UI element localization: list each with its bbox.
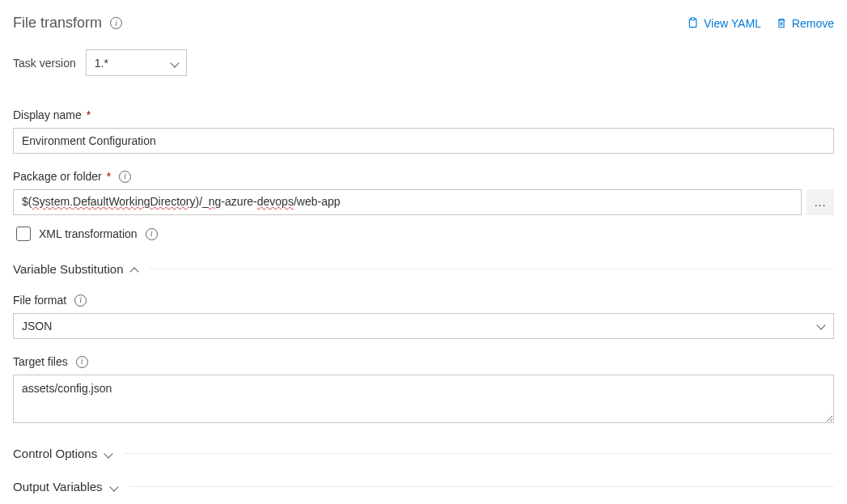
view-yaml-link[interactable]: View YAML [687,17,761,30]
task-version-value: 1.* [95,57,108,70]
file-format-select[interactable] [13,313,834,339]
package-folder-input[interactable] [13,189,802,215]
chevron-down-icon [109,483,117,491]
divider [129,486,834,487]
chevron-down-icon [104,450,112,458]
info-icon[interactable]: i [76,356,88,368]
xml-transform-checkbox[interactable] [16,227,31,241]
page-title: File transform [13,15,102,32]
chevron-down-icon [170,59,178,67]
task-version-label: Task version [13,57,76,70]
remove-label: Remove [792,17,834,30]
info-icon[interactable]: i [119,171,131,183]
info-icon[interactable]: i [74,294,87,307]
task-version-select[interactable]: 1.* [86,49,187,76]
view-yaml-label: View YAML [704,17,761,30]
section-title: Control Options [13,447,97,460]
section-title: Variable Substitution [13,262,123,276]
section-control-options[interactable]: Control Options [13,442,834,465]
required-asterisk: * [87,108,91,121]
chevron-up-icon [129,265,138,273]
clipboard-icon [687,17,699,29]
section-output-variables[interactable]: Output Variables [13,475,834,498]
info-icon[interactable]: i [110,17,122,29]
divider [123,453,834,454]
display-name-input[interactable] [13,128,834,154]
target-files-textarea[interactable] [13,375,834,423]
target-files-label: Target files [13,355,68,368]
divider [149,269,834,269]
svg-rect-1 [691,18,695,20]
display-name-label: Display name [13,108,82,121]
required-asterisk: * [107,170,111,183]
file-format-label: File format [13,294,66,307]
section-variable-substitution[interactable]: Variable Substitution [13,257,834,281]
browse-button[interactable]: ... [807,189,834,215]
remove-link[interactable]: Remove [776,17,834,30]
section-title: Output Variables [13,480,103,493]
trash-icon [776,17,787,29]
info-icon[interactable]: i [146,228,158,240]
xml-transform-label: XML transformation [39,227,138,240]
package-folder-label: Package or folder [13,170,102,183]
